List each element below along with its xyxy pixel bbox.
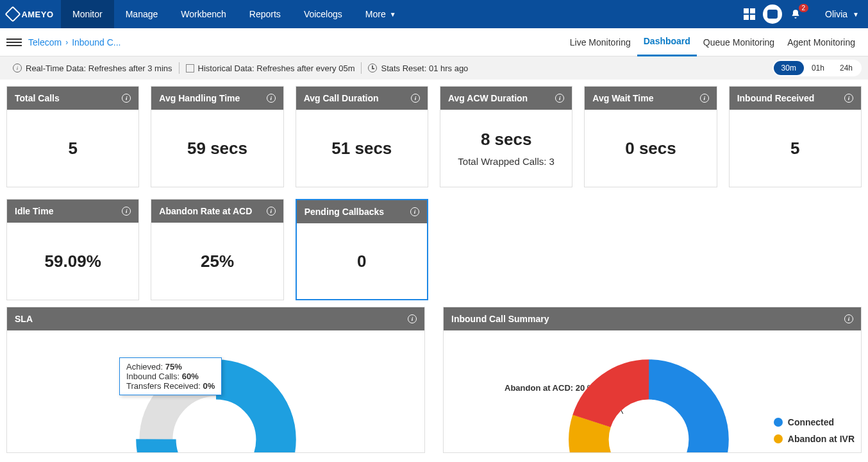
card-title: Avg ACW Duration (448, 93, 528, 103)
card-header: Avg ACW Durationi (440, 87, 572, 110)
tab-queue-monitoring[interactable]: Queue Monitoring (697, 28, 781, 56)
apps-grid-button[interactable] (738, 3, 761, 26)
card-body: 0 (297, 223, 427, 299)
nav-workbench[interactable]: Workbench (169, 0, 238, 28)
metric-value: 8 secs (481, 130, 532, 150)
card-title: Pending Callbacks (305, 207, 384, 217)
legend-color-dot (774, 418, 783, 427)
nav-manage[interactable]: Manage (114, 0, 170, 28)
metric-card-avg-call-duration[interactable]: Avg Call Durationi51 secs (296, 86, 428, 187)
info-icon: i (13, 64, 22, 73)
panel-title: Inbound Call Summary (451, 314, 549, 324)
card-body: 8 secsTotal Wrapped Calls: 3 (440, 110, 572, 187)
panel-header: SLA i (7, 307, 424, 330)
brand-logo[interactable]: AMEYO (0, 0, 61, 28)
menu-toggle-button[interactable] (6, 38, 22, 46)
grid-icon (744, 8, 755, 20)
info-icon[interactable]: i (555, 94, 564, 103)
timerange-24h[interactable]: 24h (832, 61, 860, 75)
chevron-right-icon: › (65, 38, 68, 47)
reset-status: Stats Reset: 01 hrs ago (362, 64, 474, 73)
user-menu[interactable]: Olivia ▼ (807, 9, 868, 19)
card-header: Abandon Rate at ACDi (151, 200, 283, 223)
card-header: Avg Wait Timei (585, 87, 716, 110)
card-header: Avg Handling Timei (151, 87, 283, 110)
historical-status[interactable]: Historical Data: Refreshes after every 0… (179, 64, 362, 73)
info-icon[interactable]: i (844, 94, 853, 103)
time-range-selector: 30m01h24h (772, 60, 862, 76)
card-title: Idle Time (15, 206, 53, 216)
metric-card-pending-callbacks[interactable]: Pending Callbacksi0 (296, 199, 428, 300)
panel-header: Inbound Call Summary i (444, 307, 861, 330)
metric-card-total-calls[interactable]: Total Callsi5 (6, 86, 139, 187)
card-body: 25% (151, 223, 283, 300)
info-icon[interactable]: i (122, 94, 131, 103)
top-nav: AMEYO MonitorManageWorkbenchReportsVoice… (0, 0, 868, 28)
info-icon[interactable]: i (408, 314, 417, 323)
info-icon[interactable]: i (122, 207, 131, 216)
card-header: Avg Call Durationi (296, 87, 428, 110)
clock-icon (368, 64, 377, 73)
card-header: Total Callsi (7, 87, 138, 110)
timerange-30m[interactable]: 30m (774, 61, 804, 75)
card-body: 0 secs (585, 110, 716, 187)
breadcrumb-leaf[interactable]: Inbound C... (72, 37, 121, 47)
metric-value: 51 secs (331, 139, 392, 158)
legend-label: Connected (788, 417, 834, 427)
metric-value: 59.09% (45, 252, 101, 271)
card-title: Avg Call Duration (304, 93, 379, 103)
panel-title: SLA (15, 314, 33, 324)
chevron-down-icon: ▼ (853, 11, 859, 18)
checkbox-icon[interactable] (186, 64, 194, 73)
metric-value: 0 secs (625, 139, 676, 158)
inbound-legend: ConnectedAbandon at IVR (774, 417, 855, 450)
info-icon[interactable]: i (700, 94, 709, 103)
sla-panel: SLA i Achieved: 75% Inbound Calls: 60% T… (6, 307, 425, 453)
card-body: 51 secs (296, 110, 428, 187)
nav-monitor[interactable]: Monitor (61, 0, 114, 28)
info-icon[interactable]: i (267, 207, 276, 216)
metric-card-idle-time[interactable]: Idle Timei59.09% (6, 199, 139, 300)
nav-reports[interactable]: Reports (238, 0, 292, 28)
info-icon[interactable]: i (844, 314, 853, 323)
inbound-summary-panel: Inbound Call Summary i Abandon at ACD: 2… (443, 307, 862, 453)
metric-value: 0 (357, 252, 366, 271)
inbound-donut-chart[interactable] (565, 356, 732, 452)
timerange-01h[interactable]: 01h (804, 61, 832, 75)
metric-card-avg-handling-time[interactable]: Avg Handling Timei59 secs (151, 86, 283, 187)
chevron-down-icon: ▼ (390, 11, 396, 18)
nav-more[interactable]: More ▼ (354, 0, 408, 28)
legend-color-dot (774, 434, 783, 443)
card-header: Pending Callbacksi (297, 200, 427, 223)
chat-icon (763, 4, 782, 24)
notifications-button[interactable]: 2 (784, 3, 807, 26)
card-body: 59 secs (151, 110, 283, 187)
chat-button[interactable] (761, 3, 784, 26)
metric-card-abandon-rate-at-acd[interactable]: Abandon Rate at ACDi25% (151, 199, 283, 300)
metric-card-avg-wait-time[interactable]: Avg Wait Timei0 secs (584, 86, 717, 187)
nav-voicelogs[interactable]: Voicelogs (292, 0, 354, 28)
tab-live-monitoring[interactable]: Live Monitoring (563, 28, 637, 56)
breadcrumb-root[interactable]: Telecom (28, 37, 62, 47)
tab-dashboard[interactable]: Dashboard (637, 28, 697, 56)
card-body: 5 (7, 110, 138, 187)
metric-card-avg-acw-duration[interactable]: Avg ACW Durationi8 secsTotal Wrapped Cal… (440, 86, 572, 187)
legend-item-connected[interactable]: Connected (774, 417, 855, 427)
status-bar: i Real-Time Data: Refreshes after 3 mins… (0, 56, 868, 80)
info-icon[interactable]: i (267, 94, 276, 103)
legend-item-abandon-at-ivr[interactable]: Abandon at IVR (774, 434, 855, 444)
legend-label: Abandon at IVR (788, 434, 855, 444)
user-name: Olivia (825, 9, 847, 19)
tab-agent-monitoring[interactable]: Agent Monitoring (781, 28, 862, 56)
card-header: Inbound Receivedi (730, 87, 861, 110)
card-title: Abandon Rate at ACD (159, 206, 252, 216)
info-icon[interactable]: i (410, 207, 419, 216)
card-body: 59.09% (7, 223, 138, 300)
card-title: Inbound Received (737, 93, 815, 103)
metric-value: 25% (201, 252, 234, 271)
card-header: Idle Timei (7, 200, 138, 223)
info-icon[interactable]: i (411, 94, 420, 103)
logo-icon (5, 6, 21, 22)
sub-bar: Telecom › Inbound C... Live MonitoringDa… (0, 28, 868, 56)
metric-card-inbound-received[interactable]: Inbound Receivedi5 (729, 86, 862, 187)
